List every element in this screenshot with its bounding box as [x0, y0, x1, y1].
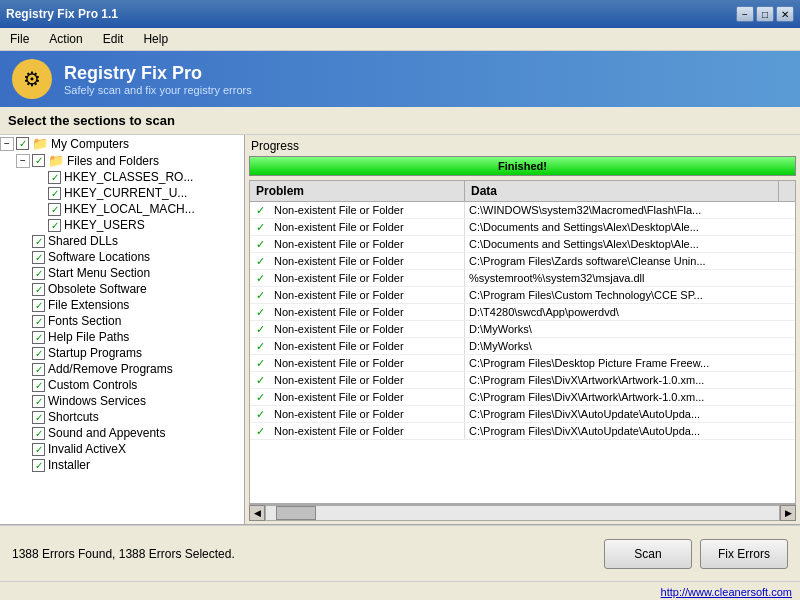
row-checkbox-2[interactable]: ✓ [250, 238, 270, 251]
fix-errors-button[interactable]: Fix Errors [700, 539, 788, 569]
table-row[interactable]: ✓Non-existent File or FolderC:\Program F… [250, 389, 795, 406]
row-checkbox-13[interactable]: ✓ [250, 425, 270, 438]
row-checkbox-3[interactable]: ✓ [250, 255, 270, 268]
tree-item-shared-dlls[interactable]: ✓Shared DLLs [0, 233, 244, 249]
tree-item-shortcuts[interactable]: ✓Shortcuts [0, 409, 244, 425]
table-row[interactable]: ✓Non-existent File or FolderC:\Program F… [250, 355, 795, 372]
tree-item-my-computers[interactable]: −✓📁My Computers [0, 135, 244, 152]
results-table: Problem Data ✓Non-existent File or Folde… [249, 180, 796, 504]
tree-label-hkey-current-u: HKEY_CURRENT_U... [64, 186, 187, 200]
row-problem-4: Non-existent File or Folder [270, 270, 465, 286]
tree-item-fonts-section[interactable]: ✓Fonts Section [0, 313, 244, 329]
table-row[interactable]: ✓Non-existent File or FolderC:\WINDOWS\s… [250, 202, 795, 219]
row-checkbox-6[interactable]: ✓ [250, 306, 270, 319]
expander-my-computers[interactable]: − [0, 137, 14, 151]
tree-item-invalid-activex[interactable]: ✓Invalid ActiveX [0, 441, 244, 457]
minimize-button[interactable]: − [736, 6, 754, 22]
checkbox-files-and-folders[interactable]: ✓ [32, 154, 45, 167]
menu-edit[interactable]: Edit [97, 30, 130, 48]
menu-file[interactable]: File [4, 30, 35, 48]
tree-panel[interactable]: −✓📁My Computers−✓📁Files and Folders✓HKEY… [0, 135, 245, 524]
scroll-track[interactable] [265, 505, 780, 521]
section-title: Select the sections to scan [0, 107, 800, 135]
tree-item-add-remove-programs[interactable]: ✓Add/Remove Programs [0, 361, 244, 377]
row-problem-0: Non-existent File or Folder [270, 202, 465, 218]
tree-item-sound-and-appevents[interactable]: ✓Sound and Appevents [0, 425, 244, 441]
checkbox-hkey-local-mach[interactable]: ✓ [48, 203, 61, 216]
row-checkbox-12[interactable]: ✓ [250, 408, 270, 421]
row-checkbox-1[interactable]: ✓ [250, 221, 270, 234]
row-checkbox-9[interactable]: ✓ [250, 357, 270, 370]
row-checkbox-10[interactable]: ✓ [250, 374, 270, 387]
table-row[interactable]: ✓Non-existent File or FolderD:\MyWorks\ [250, 338, 795, 355]
row-checkbox-11[interactable]: ✓ [250, 391, 270, 404]
row-data-12: C:\Program Files\DivX\AutoUpdate\AutoUpd… [465, 406, 795, 422]
checkbox-obsolete-software[interactable]: ✓ [32, 283, 45, 296]
tree-item-software-locations[interactable]: ✓Software Locations [0, 249, 244, 265]
checkbox-startup-programs[interactable]: ✓ [32, 347, 45, 360]
checkbox-shortcuts[interactable]: ✓ [32, 411, 45, 424]
menu-action[interactable]: Action [43, 30, 88, 48]
row-checkbox-4[interactable]: ✓ [250, 272, 270, 285]
tree-item-help-file-paths[interactable]: ✓Help File Paths [0, 329, 244, 345]
row-data-10: C:\Program Files\DivX\Artwork\Artwork-1.… [465, 372, 795, 388]
scan-button[interactable]: Scan [604, 539, 692, 569]
horizontal-scrollbar[interactable]: ◀ ▶ [249, 504, 796, 520]
results-body[interactable]: ✓Non-existent File or FolderC:\WINDOWS\s… [250, 202, 795, 503]
tree-item-hkey-current-u[interactable]: ✓HKEY_CURRENT_U... [0, 185, 244, 201]
tree-item-obsolete-software[interactable]: ✓Obsolete Software [0, 281, 244, 297]
checkbox-custom-controls[interactable]: ✓ [32, 379, 45, 392]
tree-item-windows-services[interactable]: ✓Windows Services [0, 393, 244, 409]
tree-item-hkey-classes-ro[interactable]: ✓HKEY_CLASSES_RO... [0, 169, 244, 185]
tree-item-custom-controls[interactable]: ✓Custom Controls [0, 377, 244, 393]
table-row[interactable]: ✓Non-existent File or FolderC:\Documents… [250, 236, 795, 253]
tree-item-hkey-users[interactable]: ✓HKEY_USERS [0, 217, 244, 233]
table-row[interactable]: ✓Non-existent File or FolderC:\Program F… [250, 423, 795, 440]
checkbox-hkey-current-u[interactable]: ✓ [48, 187, 61, 200]
row-checkbox-7[interactable]: ✓ [250, 323, 270, 336]
scroll-thumb[interactable] [276, 506, 316, 520]
checkbox-software-locations[interactable]: ✓ [32, 251, 45, 264]
tree-label-my-computers: My Computers [51, 137, 129, 151]
row-data-7: D:\MyWorks\ [465, 321, 795, 337]
footer-link[interactable]: http://www.cleanersoft.com [661, 586, 792, 598]
tree-label-help-file-paths: Help File Paths [48, 330, 129, 344]
table-row[interactable]: ✓Non-existent File or FolderC:\Program F… [250, 253, 795, 270]
checkbox-file-extensions[interactable]: ✓ [32, 299, 45, 312]
checkbox-sound-and-appevents[interactable]: ✓ [32, 427, 45, 440]
table-row[interactable]: ✓Non-existent File or FolderC:\Documents… [250, 219, 795, 236]
menu-help[interactable]: Help [137, 30, 174, 48]
checkbox-hkey-classes-ro[interactable]: ✓ [48, 171, 61, 184]
expander-files-and-folders[interactable]: − [16, 154, 30, 168]
tree-item-files-and-folders[interactable]: −✓📁Files and Folders [0, 152, 244, 169]
table-row[interactable]: ✓Non-existent File or FolderC:\Program F… [250, 406, 795, 423]
table-row[interactable]: ✓Non-existent File or FolderC:\Program F… [250, 287, 795, 304]
row-checkbox-0[interactable]: ✓ [250, 204, 270, 217]
checkbox-help-file-paths[interactable]: ✓ [32, 331, 45, 344]
tree-item-file-extensions[interactable]: ✓File Extensions [0, 297, 244, 313]
maximize-button[interactable]: □ [756, 6, 774, 22]
row-checkbox-8[interactable]: ✓ [250, 340, 270, 353]
scroll-left-button[interactable]: ◀ [249, 505, 265, 521]
scroll-right-button[interactable]: ▶ [780, 505, 796, 521]
checkbox-fonts-section[interactable]: ✓ [32, 315, 45, 328]
checkbox-windows-services[interactable]: ✓ [32, 395, 45, 408]
checkbox-my-computers[interactable]: ✓ [16, 137, 29, 150]
table-row[interactable]: ✓Non-existent File or FolderC:\Program F… [250, 372, 795, 389]
close-button[interactable]: ✕ [776, 6, 794, 22]
table-row[interactable]: ✓Non-existent File or FolderD:\T4280\swc… [250, 304, 795, 321]
checkbox-hkey-users[interactable]: ✓ [48, 219, 61, 232]
tree-item-start-menu-section[interactable]: ✓Start Menu Section [0, 265, 244, 281]
tree-item-installer[interactable]: ✓Installer [0, 457, 244, 473]
checkbox-shared-dlls[interactable]: ✓ [32, 235, 45, 248]
row-checkbox-5[interactable]: ✓ [250, 289, 270, 302]
checkbox-add-remove-programs[interactable]: ✓ [32, 363, 45, 376]
table-row[interactable]: ✓Non-existent File or Folder%systemroot%… [250, 270, 795, 287]
row-problem-7: Non-existent File or Folder [270, 321, 465, 337]
checkbox-start-menu-section[interactable]: ✓ [32, 267, 45, 280]
tree-item-hkey-local-mach[interactable]: ✓HKEY_LOCAL_MACH... [0, 201, 244, 217]
tree-item-startup-programs[interactable]: ✓Startup Programs [0, 345, 244, 361]
checkbox-installer[interactable]: ✓ [32, 459, 45, 472]
table-row[interactable]: ✓Non-existent File or FolderD:\MyWorks\ [250, 321, 795, 338]
checkbox-invalid-activex[interactable]: ✓ [32, 443, 45, 456]
